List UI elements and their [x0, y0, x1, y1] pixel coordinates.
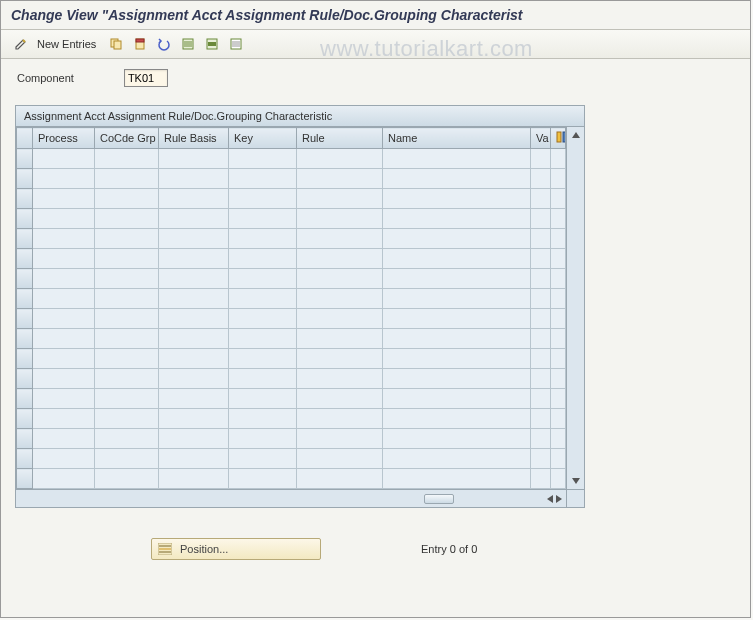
column-header-key[interactable]: Key — [229, 128, 297, 149]
table-cell[interactable] — [95, 309, 159, 329]
undo-change-icon[interactable] — [154, 34, 174, 54]
table-cell[interactable] — [297, 369, 383, 389]
table-row[interactable] — [17, 369, 566, 389]
table-cell[interactable] — [229, 229, 297, 249]
table-cell[interactable] — [229, 349, 297, 369]
table-cell[interactable] — [229, 269, 297, 289]
row-selector[interactable] — [17, 369, 33, 389]
row-selector[interactable] — [17, 189, 33, 209]
table-cell[interactable] — [95, 449, 159, 469]
table-cell[interactable] — [531, 409, 551, 429]
scroll-left-icon[interactable] — [547, 495, 553, 503]
table-cell[interactable] — [383, 229, 531, 249]
table-cell[interactable] — [383, 249, 531, 269]
table-cell[interactable] — [551, 449, 566, 469]
row-selector[interactable] — [17, 349, 33, 369]
table-row[interactable] — [17, 449, 566, 469]
table-cell[interactable] — [159, 269, 229, 289]
table-cell[interactable] — [297, 269, 383, 289]
table-cell[interactable] — [95, 409, 159, 429]
table-cell[interactable] — [159, 349, 229, 369]
table-cell[interactable] — [95, 269, 159, 289]
component-input[interactable] — [124, 69, 168, 87]
table-cell[interactable] — [33, 189, 95, 209]
table-cell[interactable] — [229, 409, 297, 429]
table-row[interactable] — [17, 389, 566, 409]
table-cell[interactable] — [383, 469, 531, 489]
table-cell[interactable] — [159, 389, 229, 409]
table-cell[interactable] — [33, 329, 95, 349]
table-row[interactable] — [17, 469, 566, 489]
table-cell[interactable] — [95, 329, 159, 349]
toggle-display-change-icon[interactable] — [11, 34, 31, 54]
table-cell[interactable] — [95, 389, 159, 409]
table-cell[interactable] — [551, 289, 566, 309]
table-cell[interactable] — [95, 229, 159, 249]
row-selector[interactable] — [17, 309, 33, 329]
select-block-icon[interactable] — [202, 34, 222, 54]
table-cell[interactable] — [33, 349, 95, 369]
table-cell[interactable] — [531, 469, 551, 489]
table-cell[interactable] — [383, 349, 531, 369]
table-cell[interactable] — [229, 189, 297, 209]
table-cell[interactable] — [297, 229, 383, 249]
table-cell[interactable] — [95, 469, 159, 489]
table-cell[interactable] — [531, 209, 551, 229]
table-cell[interactable] — [531, 369, 551, 389]
table-cell[interactable] — [383, 329, 531, 349]
table-row[interactable] — [17, 289, 566, 309]
row-selector[interactable] — [17, 209, 33, 229]
column-header-rule[interactable]: Rule — [297, 128, 383, 149]
table-cell[interactable] — [551, 269, 566, 289]
table-cell[interactable] — [297, 389, 383, 409]
row-selector[interactable] — [17, 289, 33, 309]
row-selector[interactable] — [17, 229, 33, 249]
table-cell[interactable] — [551, 469, 566, 489]
table-cell[interactable] — [33, 169, 95, 189]
scroll-up-icon[interactable] — [572, 132, 580, 138]
table-cell[interactable] — [159, 329, 229, 349]
table-cell[interactable] — [551, 209, 566, 229]
table-row[interactable] — [17, 329, 566, 349]
horizontal-scrollbar[interactable] — [16, 489, 566, 507]
deselect-all-icon[interactable] — [226, 34, 246, 54]
table-cell[interactable] — [297, 249, 383, 269]
table-cell[interactable] — [531, 269, 551, 289]
table-row[interactable] — [17, 169, 566, 189]
table-cell[interactable] — [551, 429, 566, 449]
copy-as-icon[interactable] — [106, 34, 126, 54]
table-cell[interactable] — [159, 169, 229, 189]
table-cell[interactable] — [159, 469, 229, 489]
table-cell[interactable] — [531, 149, 551, 169]
table-cell[interactable] — [297, 349, 383, 369]
table-cell[interactable] — [383, 369, 531, 389]
table-cell[interactable] — [531, 329, 551, 349]
scroll-down-icon[interactable] — [572, 478, 580, 484]
table-cell[interactable] — [531, 389, 551, 409]
table-cell[interactable] — [297, 409, 383, 429]
table-cell[interactable] — [159, 249, 229, 269]
table-cell[interactable] — [95, 209, 159, 229]
table-cell[interactable] — [33, 409, 95, 429]
table-cell[interactable] — [383, 409, 531, 429]
table-cell[interactable] — [531, 229, 551, 249]
table-cell[interactable] — [551, 369, 566, 389]
table-cell[interactable] — [551, 169, 566, 189]
table-cell[interactable] — [551, 349, 566, 369]
row-selector[interactable] — [17, 449, 33, 469]
table-cell[interactable] — [383, 209, 531, 229]
table-cell[interactable] — [297, 469, 383, 489]
table-cell[interactable] — [95, 429, 159, 449]
row-selector[interactable] — [17, 149, 33, 169]
hscroll-handle[interactable] — [424, 494, 454, 504]
table-cell[interactable] — [33, 429, 95, 449]
table-cell[interactable] — [531, 349, 551, 369]
column-header-rule-basis[interactable]: Rule Basis — [159, 128, 229, 149]
column-header-cocde-grp[interactable]: CoCde Grp — [95, 128, 159, 149]
table-cell[interactable] — [551, 389, 566, 409]
table-cell[interactable] — [229, 389, 297, 409]
table-cell[interactable] — [383, 149, 531, 169]
table-cell[interactable] — [531, 249, 551, 269]
position-button[interactable]: Position... — [151, 538, 321, 560]
table-cell[interactable] — [229, 289, 297, 309]
